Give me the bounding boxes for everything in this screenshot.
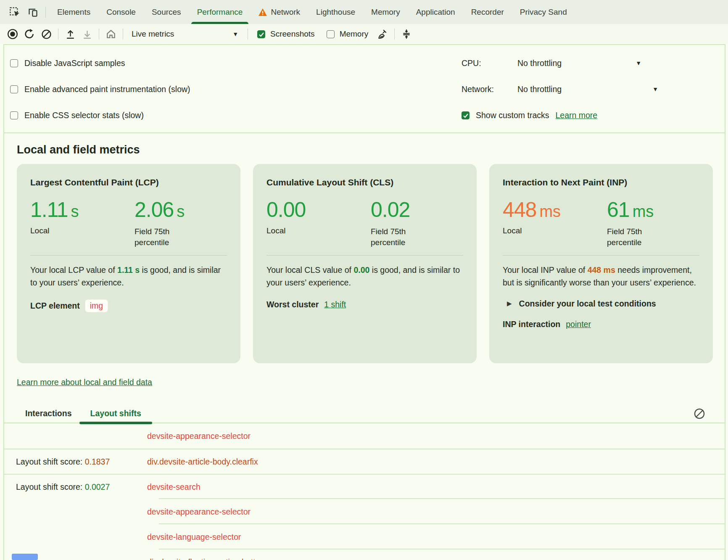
inp-values: 448ms Local 61ms Field 75th percentile — [503, 198, 699, 248]
inp-local-label: Local — [503, 226, 607, 235]
inp-field-unit: ms — [633, 203, 654, 220]
cpu-label: CPU: — [462, 58, 511, 68]
tab-memory[interactable]: Memory — [363, 0, 408, 24]
css-selector-stats-checkbox[interactable] — [10, 111, 18, 119]
shift-element-link[interactable]: devsite-search — [147, 482, 725, 492]
lcp-local-unit: s — [71, 203, 79, 220]
card-divider — [503, 255, 699, 256]
cls-description: Your local CLS value of 0.00 is good, an… — [266, 264, 463, 289]
tab-network[interactable]: Network — [251, 0, 308, 24]
layout-shift-row[interactable]: Layout shift score: 0.0027 devsite-searc… — [4, 474, 725, 499]
inp-field-label: Field 75th percentile — [607, 226, 662, 248]
tab-console[interactable]: Console — [98, 0, 144, 24]
partial-selection-highlight — [12, 554, 38, 560]
worst-cluster-link[interactable]: 1 shift — [324, 300, 346, 309]
custom-tracks-learn-more-link[interactable]: Learn more — [555, 111, 597, 120]
inp-card: Interaction to Next Paint (INP) 448ms Lo… — [489, 164, 713, 363]
screenshots-option[interactable]: Screenshots — [251, 29, 321, 39]
cls-worst-cluster-row: Worst cluster 1 shift — [266, 300, 463, 309]
disable-js-samples-label: Disable JavaScript samples — [24, 58, 125, 68]
tab-performance[interactable]: Performance — [189, 0, 251, 24]
local-test-conditions-disclosure[interactable]: ▶ Consider your local test conditions — [503, 299, 699, 309]
tab-elements[interactable]: Elements — [49, 0, 98, 24]
view-mode-value: Live metrics — [132, 29, 174, 39]
upload-profile-icon[interactable] — [62, 26, 79, 42]
device-toolbar-icon[interactable] — [24, 4, 42, 21]
advanced-paint-checkbox[interactable] — [10, 85, 18, 93]
log-tab-layout-shifts[interactable]: Layout shifts — [81, 404, 150, 423]
home-icon[interactable] — [103, 26, 119, 42]
layout-shift-row[interactable]: Layout shift score: 0.1837 div.devsite-a… — [4, 449, 725, 474]
cls-field-block: 0.02 Field 75th percentile — [371, 198, 463, 248]
lcp-field-block: 2.06s Field 75th percentile — [135, 198, 227, 248]
inspect-element-icon[interactable] — [5, 4, 24, 21]
inp-local-block: 448ms Local — [503, 198, 607, 248]
inp-description: Your local INP value of 448 ms needs imp… — [503, 264, 699, 289]
chevron-down-icon: ▼ — [652, 86, 658, 92]
capture-settings: Disable JavaScript samples Enable advanc… — [4, 45, 725, 133]
tab-recorder[interactable]: Recorder — [463, 0, 512, 24]
worst-cluster-label: Worst cluster — [266, 300, 319, 309]
custom-tracks-checkbox[interactable] — [462, 111, 470, 119]
throttling-settings: CPU: No throttling ▼ Network: No throttl… — [462, 50, 658, 128]
clear-log-icon[interactable] — [694, 408, 705, 420]
disable-js-samples-option[interactable]: Disable JavaScript samples — [10, 50, 190, 76]
advanced-paint-option[interactable]: Enable advanced paint instrumentation (s… — [10, 76, 190, 102]
css-selector-stats-label: Enable CSS selector stats (slow) — [24, 111, 144, 120]
cls-card-title: Cumulative Layout Shift (CLS) — [266, 177, 463, 188]
cls-field-value: 0.02 — [371, 198, 410, 222]
shift-score-label: Layout shift score: — [16, 482, 85, 491]
collapse-sections-icon[interactable] — [398, 26, 415, 42]
learn-more-field-data-link[interactable]: Learn more about local and field data — [17, 378, 152, 387]
shift-score-value: 0.0027 — [85, 482, 110, 491]
cls-local-label: Local — [266, 226, 371, 235]
shift-element-link[interactable]: devsite-language-selector — [147, 532, 725, 542]
layout-shift-row[interactable]: devsite-appearance-selector — [4, 499, 725, 524]
shift-element-link[interactable]: devsite-appearance-selector — [147, 507, 725, 517]
layout-shift-row[interactable]: devsite-language-selector — [4, 524, 725, 549]
cpu-throttling-select[interactable]: No throttling — [517, 58, 629, 68]
log-tab-interactions[interactable]: Interactions — [16, 404, 81, 423]
tabbar-divider — [45, 7, 46, 18]
toolbar-divider — [248, 29, 248, 40]
memory-label: Memory — [340, 29, 369, 39]
memory-option[interactable]: Memory — [321, 29, 375, 39]
toolbar-divider — [99, 29, 99, 40]
download-profile-icon[interactable] — [79, 26, 95, 42]
chevron-down-icon: ▼ — [636, 60, 641, 66]
lcp-description: Your local LCP value of 1.11 s is good, … — [30, 264, 227, 289]
inp-interaction-link[interactable]: pointer — [566, 320, 591, 329]
lcp-local-block: 1.11s Local — [30, 198, 135, 248]
inp-field-value: 61 — [607, 198, 630, 222]
tab-sources[interactable]: Sources — [144, 0, 189, 24]
shift-element-link[interactable]: div.devsite-article-body.clearfix — [147, 457, 725, 467]
screenshots-checkbox[interactable] — [257, 30, 265, 38]
network-label: Network: — [462, 85, 511, 94]
panel-tabs: Elements Console Sources Performance Net… — [49, 0, 728, 24]
lcp-element-chip[interactable]: img — [85, 300, 108, 312]
layout-shift-row[interactable]: devsite-appearance-selector — [4, 423, 725, 449]
gc-broom-icon[interactable] — [374, 26, 391, 42]
clear-button[interactable] — [38, 26, 55, 42]
chevron-down-icon: ▼ — [232, 31, 238, 37]
shift-element-link[interactable]: div.devsite-floating-action-buttons — [147, 557, 725, 560]
advanced-paint-label: Enable advanced paint instrumentation (s… — [24, 85, 190, 94]
toolbar-divider — [394, 29, 395, 40]
tab-application[interactable]: Application — [408, 0, 463, 24]
memory-checkbox[interactable] — [327, 30, 335, 38]
tab-privacy-sandbox[interactable]: Privacy Sand — [512, 0, 575, 24]
reload-and-record-button[interactable] — [21, 26, 38, 42]
cls-card: Cumulative Layout Shift (CLS) 0.00 Local… — [253, 164, 477, 363]
record-button[interactable] — [4, 26, 21, 42]
shift-element-link[interactable]: devsite-appearance-selector — [147, 431, 725, 441]
tab-lighthouse[interactable]: Lighthouse — [308, 0, 363, 24]
section-heading: Local and field metrics — [17, 143, 725, 156]
css-selector-stats-option[interactable]: Enable CSS selector stats (slow) — [10, 102, 190, 128]
view-mode-select[interactable]: Live metrics ▼ — [127, 26, 244, 42]
network-throttling-select[interactable]: No throttling — [517, 85, 646, 94]
disable-js-samples-checkbox[interactable] — [10, 59, 18, 67]
inp-interaction-label: INP interaction — [503, 320, 560, 329]
lcp-field-unit: s — [177, 203, 185, 220]
live-metrics-log: Interactions Layout shifts devsite-appea… — [4, 404, 725, 560]
layout-shift-row[interactable]: div.devsite-floating-action-buttons — [4, 549, 725, 560]
